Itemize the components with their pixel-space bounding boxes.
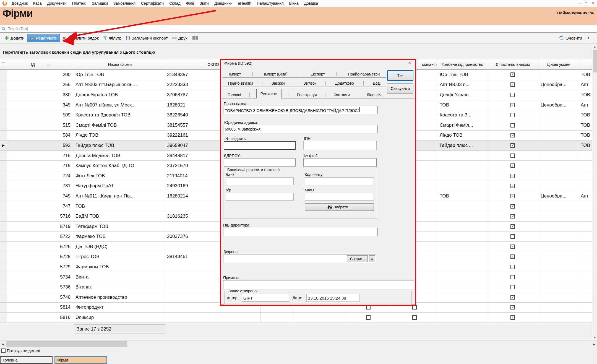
cell-parent[interactable]: Юр-Твін ТОВ xyxy=(438,70,487,80)
checkbox-unchecked[interactable] xyxy=(510,234,515,239)
cell-parent[interactable]: ТОВ xyxy=(438,191,487,201)
horizontal-scrollbar[interactable]: ◄ ► xyxy=(0,340,597,348)
cell-id[interactable]: 200 xyxy=(7,70,74,80)
cell-parent[interactable] xyxy=(438,282,487,292)
cell-id[interactable]: 731 xyxy=(7,181,74,191)
dialog-tab-Імпорт (Beta)[interactable]: Імпорт (Beta) xyxy=(262,71,289,77)
cell-name[interactable]: БаДМ ТОВ xyxy=(74,211,166,221)
cell-parent[interactable] xyxy=(438,222,487,232)
cell-parent[interactable] xyxy=(438,171,487,181)
cell-parent[interactable] xyxy=(438,211,487,221)
search-bar[interactable]: Поиск (Tab) xyxy=(0,25,597,33)
cell-cbcol[interactable]: ✓ xyxy=(487,131,538,141)
cell-parent[interactable]: Красота та З... xyxy=(438,110,487,120)
scroll-up-icon[interactable]: ▲ xyxy=(592,44,597,49)
cell-name[interactable]: Ліндо ТОВ xyxy=(74,131,166,141)
cell-id[interactable]: 592 xyxy=(7,141,74,150)
cell-id[interactable]: 5716 xyxy=(7,211,74,221)
cell-parent[interactable] xyxy=(438,242,487,252)
cell-price[interactable] xyxy=(538,211,579,221)
cell-cbcol[interactable] xyxy=(487,262,538,272)
cell-cbcol[interactable]: ✓ xyxy=(487,161,538,171)
cell-hid[interactable] xyxy=(261,313,294,323)
menu-item-7[interactable]: Сертифікати xyxy=(138,1,166,6)
mfo-input[interactable] xyxy=(305,193,374,201)
cell-name[interactable]: Натурфарм ПрАТ xyxy=(74,181,166,191)
checkbox-unchecked[interactable] xyxy=(510,123,515,128)
menu-item-10[interactable]: Звіти xyxy=(197,1,212,6)
cell-price[interactable] xyxy=(538,161,579,171)
cell-name[interactable]: Фармако ТОВ xyxy=(74,232,166,242)
menu-item-14[interactable]: Вікна xyxy=(286,1,301,6)
cell-price[interactable] xyxy=(538,201,579,211)
cell-name[interactable]: Апт №011 г.Киев, пр-т.По... xyxy=(74,191,166,201)
menu-item-1[interactable]: Довідник xyxy=(9,1,30,6)
cell-id[interactable]: 5736 xyxy=(7,282,74,292)
cell-name[interactable]: Красота та Здоров'я ТОВ xyxy=(74,110,166,120)
checkbox-checked[interactable]: ✓ xyxy=(510,295,515,300)
column-header-Назва фірми[interactable]: Назва фірми xyxy=(74,59,166,69)
cell-price[interactable] xyxy=(538,252,579,262)
verify-button[interactable]: Сверить xyxy=(347,255,368,262)
cell-cbcol[interactable] xyxy=(487,282,538,292)
dialog-tab-Реестрація[interactable]: Реестрація xyxy=(295,92,319,98)
verify-clear-button[interactable]: X xyxy=(369,255,375,262)
ok-button[interactable]: Так xyxy=(387,70,413,81)
cell-cbcol[interactable] xyxy=(391,313,438,323)
cell-id[interactable]: 5728 xyxy=(7,252,74,262)
cell-hid[interactable] xyxy=(294,313,346,323)
cell-price[interactable] xyxy=(538,70,579,80)
dialog-tab-Додатково[interactable]: Додатково xyxy=(333,80,356,87)
cell-id[interactable]: 5816 xyxy=(7,313,74,323)
cell-id[interactable]: 5740 xyxy=(7,292,74,302)
cell-price[interactable] xyxy=(538,110,579,120)
cell-price[interactable]: Ценообра... xyxy=(538,100,579,110)
column-header-Головне підприемство[interactable]: Головне підприемство xyxy=(438,59,487,69)
checkbox-checked[interactable]: ✓ xyxy=(510,103,515,107)
checkbox-checked[interactable]: ✓ xyxy=(510,194,515,198)
cell-id[interactable]: 330 xyxy=(7,90,74,100)
cell-cbcol[interactable]: ✓ xyxy=(487,313,538,323)
checkbox-checked[interactable]: ✓ xyxy=(510,133,515,137)
cell-name[interactable]: Фармаком ТОВ xyxy=(74,262,166,272)
dialog-tab-Знижки[interactable]: Знижки xyxy=(270,80,286,87)
cell-cbcol[interactable]: ✓ xyxy=(487,80,538,90)
menu-item-5[interactable]: Залишки xyxy=(89,1,111,6)
cell-cbcol[interactable] xyxy=(487,272,538,282)
cell-cbcol[interactable] xyxy=(487,90,538,100)
branch-number-input[interactable] xyxy=(303,158,377,167)
dialog-tab-Імпорт[interactable]: Імпорт xyxy=(228,71,243,77)
cell-price[interactable]: Ценообра... xyxy=(538,191,579,201)
menu-item-12[interactable]: eHealth xyxy=(235,1,254,6)
menu-item-13[interactable]: Налаштування xyxy=(254,1,286,6)
cell-name[interactable]: Діа ТОВ (НДС) xyxy=(74,242,166,252)
cell-price[interactable] xyxy=(538,313,579,323)
cell-cbcol[interactable]: ✓ xyxy=(487,211,538,221)
cell-id[interactable]: 256 xyxy=(7,80,74,90)
cell-cbcol[interactable]: ✓ xyxy=(487,100,538,110)
checkbox-checked[interactable]: ✓ xyxy=(510,174,515,178)
dialog-tab-Зв'язок[interactable]: Зв'язок xyxy=(302,80,318,87)
cell-name[interactable]: Фитопродукт xyxy=(74,303,166,313)
cell-name[interactable]: Вента xyxy=(74,272,166,282)
checkbox-checked[interactable]: ✓ xyxy=(510,245,515,249)
checkbox-checked[interactable]: ✓ xyxy=(510,214,515,219)
checkbox-checked[interactable]: ✓ xyxy=(510,204,515,209)
cell-parent[interactable] xyxy=(438,232,487,242)
cell-cbcol[interactable] xyxy=(487,120,538,130)
cell-parent[interactable]: Ліндо ТОВ xyxy=(438,131,487,141)
cell-cbcol[interactable]: ✓ xyxy=(487,252,538,262)
restore-button[interactable] xyxy=(585,2,588,5)
cell-id[interactable]: 745 xyxy=(7,191,74,201)
cell-price[interactable] xyxy=(538,303,579,313)
dialog-close-icon[interactable]: × xyxy=(408,60,411,66)
cell-price[interactable] xyxy=(538,272,579,282)
dialog-tab-Головні[interactable]: Головні xyxy=(226,92,243,98)
refresh-dropdown-icon[interactable]: ▼ xyxy=(587,37,590,40)
cell-id[interactable]: 719 xyxy=(7,161,74,171)
checkbox-checked[interactable]: ✓ xyxy=(510,315,515,320)
vertical-scrollbar[interactable]: ▲ ▼ xyxy=(592,44,597,340)
cell-cbcol[interactable] xyxy=(346,313,391,323)
cell-price[interactable] xyxy=(538,282,579,292)
cell-name[interactable]: Апт №003 пгт.Барышевка, ... xyxy=(74,80,166,90)
